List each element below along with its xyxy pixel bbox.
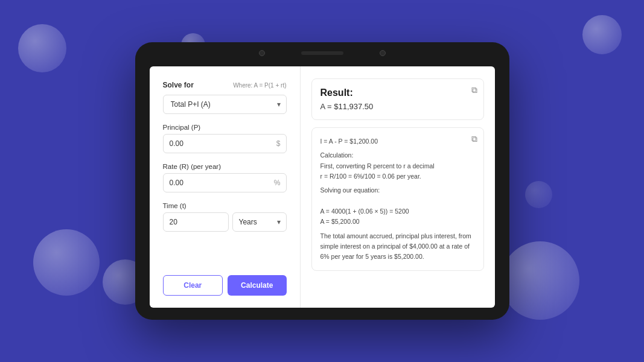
- calculate-button[interactable]: Calculate: [228, 275, 287, 296]
- result-box: Result: A = $11,937.50 ⧉: [311, 78, 484, 120]
- result-value: A = $11,937.50: [320, 102, 475, 111]
- detail-box: ⧉ I = A - P = $1,200.00 Calculation: Fir…: [311, 127, 484, 271]
- solve-for-select[interactable]: Total P+I (A) Principal (P) Rate (R) Tim…: [163, 95, 287, 114]
- rate-label: Rate (R) (per year): [163, 163, 287, 170]
- detail-line7: A = $5,200.00: [320, 218, 360, 225]
- result-title: Result:: [320, 87, 475, 98]
- calculator-panel: Solve for Where: A = P(1 + rt) Total P+I…: [150, 66, 495, 308]
- tablet-speaker: [301, 51, 343, 55]
- detail-line8: The total amount accrued, principal plus…: [320, 231, 475, 262]
- detail-line3: First, converting R percent to r a decim…: [320, 162, 435, 170]
- detail-line4: r = R/100 = 6%/100 = 0.06 per year.: [320, 173, 421, 180]
- tablet-camera: [259, 50, 265, 56]
- rate-input-wrapper: %: [163, 173, 287, 192]
- left-panel: Solve for Where: A = P(1 + rt) Total P+I…: [150, 66, 301, 308]
- principal-input-wrapper: $: [163, 134, 287, 153]
- detail-line5: Solving our equation:: [320, 185, 475, 195]
- bubble-3: [33, 229, 100, 296]
- time-group: Time (t) Years Months ▾: [163, 202, 287, 232]
- percent-suffix: %: [274, 179, 281, 187]
- copy-result-button[interactable]: ⧉: [471, 85, 477, 95]
- rate-input[interactable]: [163, 173, 287, 192]
- solve-for-group: Solve for Where: A = P(1 + rt) Total P+I…: [163, 81, 287, 114]
- time-row: Years Months ▾: [163, 212, 287, 232]
- dollar-suffix: $: [276, 139, 281, 148]
- principal-input[interactable]: [163, 134, 287, 153]
- clear-button[interactable]: Clear: [163, 275, 223, 296]
- right-panel: Result: A = $11,937.50 ⧉ ⧉ I = A - P = $…: [301, 66, 495, 308]
- copy-detail-button[interactable]: ⧉: [471, 134, 477, 144]
- detail-text: I = A - P = $1,200.00 Calculation: First…: [320, 136, 475, 262]
- tablet-frame: Solve for Where: A = P(1 + rt) Total P+I…: [135, 42, 509, 320]
- bubble-5: [501, 241, 579, 320]
- tablet-screen: Solve for Where: A = P(1 + rt) Total P+I…: [150, 66, 495, 308]
- time-unit-select[interactable]: Years Months: [232, 212, 287, 232]
- time-input[interactable]: [163, 212, 229, 232]
- solve-for-title: Solve for: [163, 81, 194, 89]
- bubble-6: [582, 15, 622, 54]
- detail-line1: I = A - P = $1,200.00: [320, 138, 378, 145]
- bubble-7: [525, 181, 552, 208]
- principal-group: Principal (P) $: [163, 124, 287, 153]
- tablet-camera-right: [380, 50, 386, 56]
- formula-hint: Where: A = P(1 + rt): [233, 82, 286, 89]
- principal-label: Principal (P): [163, 124, 287, 131]
- solve-for-select-wrapper: Total P+I (A) Principal (P) Rate (R) Tim…: [163, 95, 287, 114]
- time-unit-select-wrapper: Years Months ▾: [232, 212, 287, 232]
- detail-line6: A = 4000(1 + (0.06 × 5)) = 5200: [320, 208, 409, 215]
- time-label: Time (t): [163, 202, 287, 209]
- bubble-1: [18, 24, 66, 72]
- button-row: Clear Calculate: [163, 275, 287, 296]
- tablet-top-bar: [135, 42, 509, 64]
- rate-group: Rate (R) (per year) %: [163, 163, 287, 192]
- detail-line2: Calculation:: [320, 150, 475, 160]
- time-input-wrapper: [163, 212, 229, 232]
